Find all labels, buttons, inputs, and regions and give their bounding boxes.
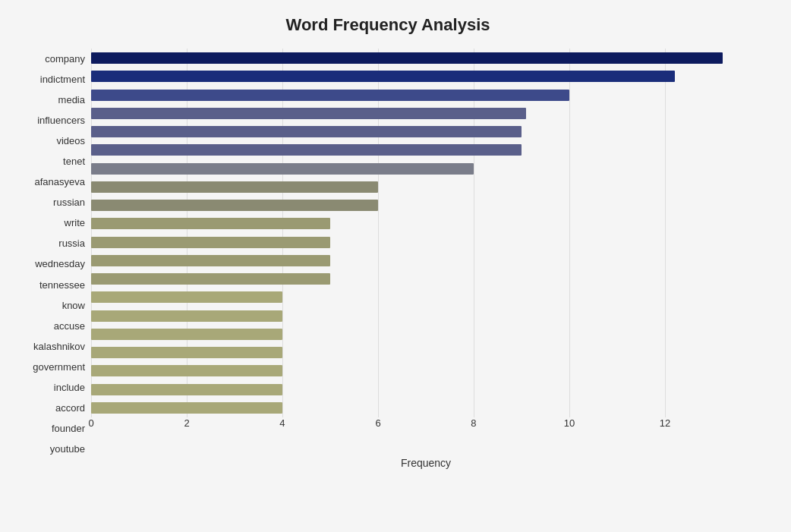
bar-accord: [91, 365, 282, 376]
bar-kalashnikov: [91, 310, 282, 322]
chart-area: companyindictmentmediainfluencersvideost…: [15, 49, 761, 459]
chart-title: Word Frequency Analysis: [15, 15, 761, 35]
bar-row: [91, 161, 761, 177]
bar-videos: [91, 126, 522, 137]
x-axis-tick: 12: [660, 417, 670, 429]
bar-row: [91, 197, 761, 213]
y-label-youtube: youtube: [15, 439, 85, 459]
x-axis-title: Frequency: [91, 457, 761, 469]
y-label-know: know: [15, 295, 85, 316]
y-label-wednesday: wednesday: [15, 253, 85, 274]
x-axis-labels-container: 024681012: [91, 417, 761, 436]
bar-row: [91, 216, 761, 231]
bar-row: [91, 179, 761, 195]
bar-write: [91, 200, 378, 211]
bar-know: [91, 273, 330, 285]
x-axis-tick: 8: [471, 417, 476, 429]
y-label-russian: russian: [15, 192, 85, 212]
bar-row: [91, 235, 761, 250]
bar-row: [91, 124, 761, 140]
bar-row: [91, 50, 761, 66]
chart-container: Word Frequency Analysis companyindictmen…: [0, 0, 791, 532]
y-label-videos: videos: [15, 131, 85, 151]
bar-media: [91, 90, 569, 101]
bar-influencers: [91, 108, 526, 119]
bar-row: [91, 382, 761, 398]
y-label-kalashnikov: kalashnikov: [15, 336, 85, 357]
y-label-founder: founder: [15, 418, 85, 439]
bar-tennessee: [91, 255, 330, 266]
bar-row: [91, 87, 761, 103]
bar-row: [91, 105, 761, 121]
bar-founder: [91, 384, 282, 395]
bar-row: [91, 271, 761, 287]
y-label-write: write: [15, 212, 85, 233]
grid-bars: [91, 49, 761, 417]
bar-row: [91, 345, 761, 360]
bar-afanasyeva: [91, 163, 474, 175]
x-axis-tick: 0: [88, 417, 93, 429]
bar-row: [91, 363, 761, 379]
bar-government: [91, 329, 282, 340]
bar-row: [91, 68, 761, 84]
bar-russia: [91, 218, 330, 229]
x-axis-tick: 6: [375, 417, 380, 429]
bar-row: [91, 289, 761, 305]
bar-row: [91, 400, 761, 416]
bar-row: [91, 308, 761, 324]
y-label-russia: russia: [15, 233, 85, 253]
y-label-influencers: influencers: [15, 110, 85, 131]
x-axis-tick: 4: [279, 417, 285, 429]
y-label-media: media: [15, 90, 85, 110]
y-label-tennessee: tennessee: [15, 275, 85, 295]
x-axis-tick: 10: [564, 417, 575, 429]
bar-indictment: [91, 71, 675, 82]
bottom-section: 024681012 Frequency: [91, 417, 761, 459]
bar-row: [91, 142, 761, 158]
bar-row: [91, 326, 761, 342]
bar-russian: [91, 181, 378, 193]
y-label-include: include: [15, 377, 85, 398]
y-label-accord: accord: [15, 398, 85, 418]
bar-company: [91, 52, 723, 64]
y-axis-labels: companyindictmentmediainfluencersvideost…: [15, 49, 91, 459]
y-label-afanasyeva: afanasyeva: [15, 172, 85, 192]
bars-container: [91, 49, 761, 417]
bar-include: [91, 347, 282, 358]
bar-accuse: [91, 291, 282, 303]
bars-section: 024681012 Frequency: [91, 49, 761, 459]
bar-wednesday: [91, 237, 330, 248]
y-label-indictment: indictment: [15, 69, 85, 90]
y-label-government: government: [15, 357, 85, 377]
bar-tenet: [91, 144, 522, 156]
bar-row: [91, 253, 761, 269]
y-label-accuse: accuse: [15, 316, 85, 336]
y-label-tenet: tenet: [15, 151, 85, 172]
y-label-company: company: [15, 49, 85, 69]
x-axis-tick: 2: [184, 417, 189, 429]
bar-youtube: [91, 402, 282, 414]
